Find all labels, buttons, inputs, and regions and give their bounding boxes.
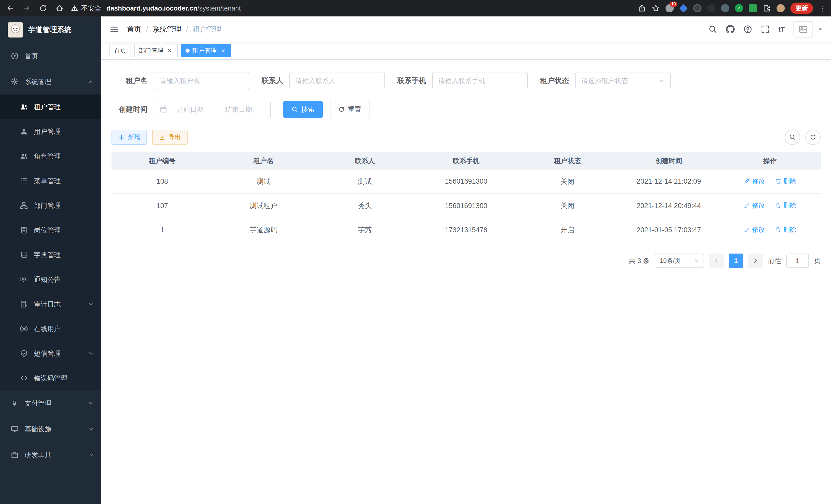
- contact-input[interactable]: [295, 77, 379, 85]
- extension-icon-1[interactable]: 10: [665, 4, 674, 12]
- sidebar-item-label: 在线用户: [34, 324, 61, 333]
- search-icon: [291, 106, 298, 113]
- page-size-select[interactable]: 10条/页: [655, 254, 704, 268]
- security-chip[interactable]: 不安全: [71, 4, 101, 13]
- cell-tenant-name: 测试: [213, 170, 314, 194]
- status-select-input[interactable]: [581, 77, 655, 85]
- sidebar-item[interactable]: 基础设施: [0, 416, 101, 442]
- sidebar-item[interactable]: 菜单管理: [0, 169, 101, 193]
- page-number-1[interactable]: 1: [729, 254, 743, 268]
- bookmark-star-icon[interactable]: [652, 4, 660, 12]
- font-size-icon[interactable]: tT: [778, 25, 785, 33]
- cell-phone: 17321315478: [416, 218, 517, 242]
- next-page-button[interactable]: [748, 254, 763, 268]
- sidebar-item[interactable]: 部门管理: [0, 193, 101, 218]
- user-avatar[interactable]: [794, 21, 813, 37]
- close-icon[interactable]: ×: [166, 47, 173, 54]
- phone-input[interactable]: [438, 77, 522, 85]
- delete-link[interactable]: 删除: [775, 225, 796, 234]
- sidebar-item[interactable]: 通知公告: [0, 267, 101, 292]
- breadcrumb-item[interactable]: 系统管理: [153, 24, 181, 34]
- status-select[interactable]: [575, 72, 671, 89]
- sidebar-item[interactable]: 错误码管理: [0, 366, 101, 390]
- extension-icon-3[interactable]: [693, 4, 701, 12]
- fullscreen-icon[interactable]: [761, 25, 770, 34]
- refresh-icon: [338, 106, 345, 113]
- chrome-update-button[interactable]: 更新: [791, 3, 813, 14]
- export-button[interactable]: 导出: [152, 130, 188, 145]
- page-tab[interactable]: 部门管理 ×: [134, 44, 178, 57]
- profile-avatar-icon[interactable]: [776, 4, 785, 12]
- breadcrumb-item[interactable]: 租户管理: [193, 24, 222, 34]
- edit-icon: [744, 227, 750, 233]
- table-column-header: 租户状态: [517, 152, 618, 170]
- prev-page-button[interactable]: [709, 254, 724, 268]
- search-button[interactable]: 搜索: [283, 101, 323, 118]
- delete-link[interactable]: 删除: [775, 177, 796, 185]
- forward-icon[interactable]: [23, 4, 31, 12]
- end-date-input[interactable]: [219, 106, 258, 114]
- sidebar-item[interactable]: 首页: [0, 43, 101, 69]
- sidebar-item[interactable]: 用户管理: [0, 119, 101, 144]
- tenant-name-input[interactable]: [160, 77, 243, 85]
- trash-icon: [775, 178, 781, 184]
- search-icon[interactable]: [709, 25, 717, 34]
- refresh-table-button[interactable]: [805, 129, 821, 145]
- home-icon[interactable]: [56, 4, 64, 12]
- page-content: 租户名 联系人 联系手机 租户状态: [101, 60, 831, 504]
- sidebar-item[interactable]: 字典管理: [0, 242, 101, 267]
- sidebar-item[interactable]: 系统管理: [0, 69, 101, 94]
- sidebar-logo[interactable]: 芋道管理系统: [0, 17, 101, 43]
- github-icon[interactable]: [726, 25, 735, 34]
- sidebar-item[interactable]: 审计日志: [0, 292, 101, 317]
- extension-icon-6[interactable]: ✓: [735, 4, 743, 12]
- reset-button[interactable]: 重置: [330, 101, 370, 118]
- reload-icon[interactable]: [39, 4, 47, 12]
- breadcrumb-item[interactable]: 首页: [127, 24, 141, 34]
- edit-link[interactable]: 修改: [744, 177, 765, 185]
- extension-icon-7[interactable]: [749, 4, 757, 12]
- extensions-puzzle-icon[interactable]: [763, 4, 771, 12]
- hamburger-icon[interactable]: [110, 25, 119, 34]
- main-panel: 首页 / 系统管理 / 租户管理 tT: [101, 17, 831, 504]
- address-bar[interactable]: dashboard.yudao.iocoder.cn/system/tenant: [106, 4, 638, 12]
- goto-page-input[interactable]: [786, 254, 809, 268]
- close-icon[interactable]: ×: [220, 47, 227, 54]
- chrome-menu-icon[interactable]: ⋮: [819, 4, 825, 12]
- back-icon[interactable]: [6, 4, 15, 12]
- cell-actions: 修改 删除: [719, 218, 821, 242]
- create-time-label: 创建时间: [112, 105, 147, 114]
- sidebar-item[interactable]: 岗位管理: [0, 218, 101, 242]
- help-icon[interactable]: [743, 25, 752, 34]
- page-tab[interactable]: 租户管理 ×: [181, 44, 231, 57]
- cell-actions: 修改 删除: [719, 194, 821, 218]
- extension-icon-5[interactable]: [721, 4, 729, 12]
- start-date-input[interactable]: [171, 106, 210, 114]
- edit-link[interactable]: 修改: [744, 225, 765, 234]
- goto-label: 前往: [768, 256, 781, 265]
- extension-icon-2[interactable]: [679, 4, 688, 12]
- search-icon: [789, 134, 796, 141]
- sidebar-item[interactable]: 研发工具: [0, 442, 101, 468]
- extension-icon-4[interactable]: [707, 4, 715, 12]
- sidebar-item[interactable]: 角色管理: [0, 144, 101, 169]
- filter-status: 租户状态: [540, 72, 671, 89]
- org-tree-icon: [20, 202, 28, 209]
- delete-link[interactable]: 删除: [775, 201, 796, 210]
- toggle-search-button[interactable]: [785, 129, 800, 145]
- chevron-icon: [88, 426, 94, 432]
- sidebar-item[interactable]: ¥ 支付管理: [0, 390, 101, 416]
- pagination: 共 3 条 10条/页 1 前往 页: [112, 254, 821, 268]
- sidebar-item[interactable]: 短信管理: [0, 341, 101, 366]
- edit-link[interactable]: 修改: [744, 201, 765, 210]
- share-icon[interactable]: [638, 4, 646, 12]
- sidebar-item[interactable]: 在线用户: [0, 317, 101, 341]
- warning-icon: [71, 5, 78, 12]
- avatar-caret-icon[interactable]: [818, 27, 823, 32]
- date-range-picker[interactable]: -: [154, 101, 271, 118]
- page-tab[interactable]: 首页 ×: [110, 44, 131, 57]
- table-toolbar: 新增 导出: [112, 129, 821, 145]
- add-button[interactable]: 新增: [112, 130, 147, 145]
- sidebar-item[interactable]: 租户管理: [0, 94, 101, 119]
- infra-icon: [11, 425, 19, 433]
